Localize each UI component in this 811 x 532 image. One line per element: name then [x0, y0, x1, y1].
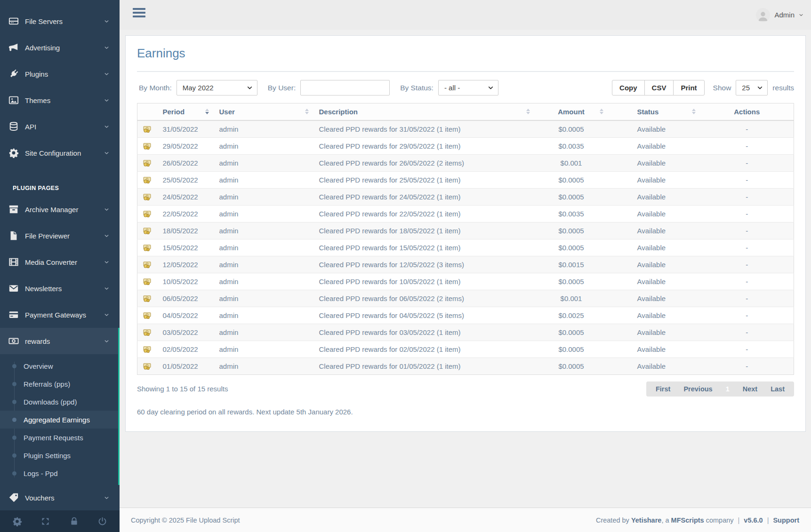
pagination-first[interactable]: First: [656, 385, 670, 393]
sidebar-subitem-logs-ppd[interactable]: Logs - Ppd: [0, 464, 120, 482]
copy-button[interactable]: Copy: [612, 80, 645, 95]
pagination: First Previous 1 Next Last: [646, 381, 794, 397]
sidebar-subitem-payment-requests[interactable]: Payment Requests: [0, 429, 120, 446]
sidebar-item-archive-manager[interactable]: Archive Manager: [0, 196, 120, 222]
print-button[interactable]: Print: [673, 80, 704, 95]
page-title: Earnings: [137, 46, 794, 61]
sidebar-item-label: Vouchers: [25, 494, 55, 502]
sidebar-item-media-converter[interactable]: Media Converter: [0, 249, 120, 275]
sidebar-subitem-plugin-settings[interactable]: Plugin Settings: [0, 446, 120, 464]
sidebar-subitem-overview[interactable]: Overview: [0, 357, 120, 375]
clearing-period-note: 60 day clearing period on all rewards. N…: [137, 408, 794, 416]
table-row: 15/05/2022adminCleared PPD rewards for 1…: [137, 239, 794, 256]
cell-user: admin: [214, 290, 313, 307]
column-header-label: Status: [637, 108, 659, 116]
sidebar-item-file-servers[interactable]: File Servers: [0, 8, 120, 34]
cell-status: Available: [608, 307, 700, 324]
cell-status: Available: [608, 137, 700, 154]
cell-period: 22/05/2022: [157, 205, 214, 222]
user-menu[interactable]: Admin: [756, 0, 803, 30]
chevron-down-icon: [104, 495, 109, 500]
cell-icon: [137, 341, 157, 357]
sidebar-subitem-label: Aggregated Earnings: [24, 416, 90, 424]
pagination-next[interactable]: Next: [743, 385, 757, 393]
page-size-select[interactable]: 25: [736, 80, 768, 95]
cell-user: admin: [214, 205, 313, 222]
cell-status: Available: [608, 256, 700, 273]
column-header-user[interactable]: User: [214, 103, 313, 120]
cell-actions: -: [700, 137, 794, 154]
column-header-period[interactable]: Period: [157, 103, 214, 120]
cell-description: Cleared PPD rewards for 01/05/2022 (1 it…: [313, 357, 535, 374]
cell-period: 15/05/2022: [157, 239, 214, 256]
yetishare-link[interactable]: Yetishare: [631, 516, 662, 524]
chevron-down-icon: [104, 339, 109, 344]
sidebar-item-vouchers[interactable]: Vouchers: [0, 485, 120, 510]
cell-description: Cleared PPD rewards for 26/05/2022 (2 it…: [313, 154, 535, 171]
table-row: 06/05/2022adminCleared PPD rewards for 0…: [137, 290, 794, 307]
sidebar-item-api[interactable]: API: [0, 113, 120, 140]
sidebar-item-plugins[interactable]: Plugins: [0, 61, 120, 87]
cell-icon: [137, 154, 157, 171]
money-icon: [143, 362, 151, 370]
month-select[interactable]: May 2022: [177, 80, 257, 95]
csv-button[interactable]: CSV: [644, 80, 674, 95]
cell-user: admin: [214, 171, 313, 188]
column-header-description[interactable]: Description: [313, 103, 535, 120]
cell-period: 24/05/2022: [157, 188, 214, 205]
table-row: 10/05/2022adminCleared PPD rewards for 1…: [137, 273, 794, 290]
cell-status: Available: [608, 171, 700, 188]
sidebar-item-label: Site Configuration: [25, 149, 81, 157]
column-header-amount[interactable]: Amount: [535, 103, 608, 120]
pagination-previous[interactable]: Previous: [683, 385, 712, 393]
sidebar-item-payment-gateways[interactable]: Payment Gateways: [0, 302, 120, 328]
pagination-current-page[interactable]: 1: [726, 385, 730, 393]
sidebar-subitem-downloads-ppd[interactable]: Downloads (ppd): [0, 393, 120, 411]
lock-button[interactable]: [67, 515, 81, 528]
power-icon: [97, 516, 107, 526]
cell-period: 03/05/2022: [157, 324, 214, 341]
money-icon: [143, 311, 151, 319]
table-row: 04/05/2022adminCleared PPD rewards for 0…: [137, 307, 794, 324]
support-link[interactable]: Support: [773, 516, 799, 524]
cell-icon: [137, 357, 157, 374]
mfscripts-link[interactable]: MFScripts: [671, 516, 704, 524]
sidebar-subitem-label: Plugin Settings: [24, 452, 71, 460]
cell-actions: -: [700, 324, 794, 341]
user-filter-input[interactable]: [300, 80, 390, 95]
pagination-last[interactable]: Last: [771, 385, 785, 393]
sidebar-item-file-previewer[interactable]: File Previewer: [0, 222, 120, 249]
sidebar-menu-plugin-pages: Archive ManagerFile PreviewerMedia Conve…: [0, 196, 120, 510]
lock-icon: [69, 516, 79, 526]
sidebar-item-newsletters[interactable]: Newsletters: [0, 275, 120, 302]
bullet-icon: [12, 418, 16, 422]
cell-user: admin: [214, 154, 313, 171]
plug-icon: [8, 69, 19, 79]
menu-toggle-icon[interactable]: [133, 8, 145, 19]
sidebar-subitem-referrals-pps[interactable]: Referrals (pps): [0, 375, 120, 393]
status-select[interactable]: - all -: [438, 80, 498, 95]
footer-divider: |: [767, 516, 769, 524]
by-user-label: By User:: [268, 84, 296, 92]
cell-amount: $0.0015: [535, 256, 608, 273]
sidebar-item-label: Payment Gateways: [25, 311, 86, 319]
cell-amount: $0.0005: [535, 239, 608, 256]
sidebar-item-advertising[interactable]: Advertising: [0, 34, 120, 61]
cell-period: 01/05/2022: [157, 357, 214, 374]
cell-actions: -: [700, 222, 794, 239]
bullet-icon: [12, 382, 16, 386]
expand-button[interactable]: [39, 515, 52, 528]
column-header-status[interactable]: Status: [608, 103, 700, 120]
cell-actions: -: [700, 256, 794, 273]
sidebar: File ServersAdvertisingPluginsThemesAPIS…: [0, 0, 120, 532]
sidebar-subitem-aggregated-earnings[interactable]: Aggregated Earnings: [0, 411, 120, 429]
sidebar-item-site-configuration[interactable]: Site Configuration: [0, 140, 120, 166]
sidebar-item-rewards[interactable]: rewards: [0, 328, 120, 354]
power-button[interactable]: [96, 515, 109, 528]
cell-amount: $0.0025: [535, 307, 608, 324]
cell-actions: -: [700, 357, 794, 374]
sidebar-item-themes[interactable]: Themes: [0, 87, 120, 113]
status-select-value: - all -: [444, 84, 460, 92]
gear-button[interactable]: [10, 515, 24, 528]
image-icon: [8, 95, 19, 105]
